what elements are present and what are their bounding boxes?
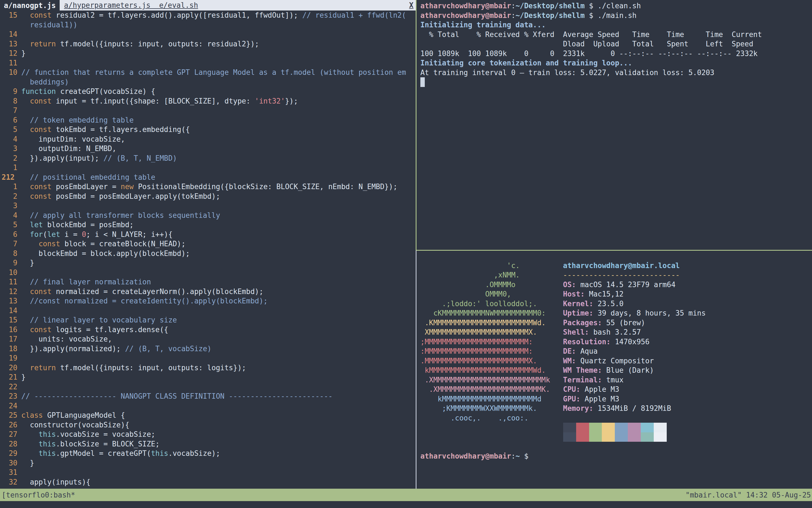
prompt-text: $ [520,452,528,460]
ascii-art-apple-logo: XMMMMMMMMMMMMMMMMMMMMMMMX. [420,328,563,336]
tab-nanogpt[interactable]: a/nanogpt.js [0,0,60,10]
code-line: 19 [0,353,416,363]
line-number: 30 [2,458,17,468]
code-line: 7 [0,106,416,115]
code-text: const [30,125,51,134]
code-text: const [30,182,51,191]
code-text: .vocabSize = vocabSize; [56,430,155,438]
code-line: 18 }).apply(normalized); // (B, T, vocab… [0,344,416,354]
pane-divider-horizontal[interactable] [416,250,812,251]
code-line: 7 const block = createBlock(N_HEAD); [0,239,416,249]
line-number: 13 [2,296,17,306]
code-text: // positional embedding table [21,173,155,181]
line-number: 23 [2,391,17,401]
code-text [21,240,39,248]
code-line: 23// ------------------- NANOGPT CLASS D… [0,391,416,401]
code-text: posEmbdLayer = [52,182,121,191]
tmux-screen: a/nanogpt.js a/hyperparameters.js e/eval… [0,0,812,508]
line-number: 212 [2,173,17,182]
code-area[interactable]: 15 const residual2 = tf.layers.add().app… [0,10,416,487]
neofetch-info-value: tmux [602,376,623,384]
code-text: input = tf.input({shape: [BLOCK_SIZE], d… [52,97,255,105]
tab-strip: a/hyperparameters.js e/eval.sh X [60,0,416,10]
code-text: normalized = createLayerNorm().apply(blo… [52,287,263,296]
line-number: 10 [2,268,17,278]
code-text: tf.model({inputs: input, outputs: residu… [56,40,259,48]
code-text: const [39,240,60,248]
prompt-text: ~ [515,452,520,460]
terminal-text: atharvchowdhary@mbair [420,2,511,10]
code-text: constructor(vocabSize){ [21,421,129,429]
neofetch-line: .KMMMMMMMMMMMMMMMMMMMMMMMWd. Packages: 5… [420,318,810,328]
neofetch-line: ,xNMM. --------------------------- [420,270,810,280]
neofetch-line: kMMMMMMMMMMMMMMMMMMMMMMd GPU: Apple M3 [420,394,810,404]
code-line: 13 return tf.model({inputs: input, outpu… [0,39,416,49]
terminal-text: 100 1089k 100 1089k 0 0 2331k 0 --:--:--… [420,49,758,58]
code-line: 5 const tokEmbd = tf.layers.embedding({ [0,125,416,134]
code-text: this [151,449,168,458]
palette-swatch [654,432,667,442]
code-line: 29 this.gptModel = createGPT(this.vocabS… [0,449,416,458]
neofetch-line: :MMMMMMMMMMMMMMMMMMMMMMMM: DE: Aqua [420,346,810,356]
terminal-text: Initiating core tokenization and trainin… [420,59,632,67]
code-line: 28 this.blockSize = BLOCK_SIZE; [0,439,416,449]
palette-swatch [602,432,615,442]
palette-swatch [602,423,615,432]
ascii-art-apple-logo: .;loddo:' loolloddol;. [420,300,563,308]
palette-swatch [563,423,576,432]
terminal-pane-bottom[interactable]: 'c. atharvchowdhary@mbair.local ,xNMM. -… [420,251,810,461]
code-text: outputDim: N_EMBD, [21,144,116,153]
code-text: } [21,373,26,381]
terminal-line: Dload Upload Total Spent Left Speed [420,39,810,49]
tab-inactive-files[interactable]: a/hyperparameters.js e/eval.sh [64,1,198,9]
terminal-text: Dload Upload Total Spent Left Speed [420,40,753,48]
neofetch-info-label: Kernel: [563,300,594,308]
code-text [21,125,30,134]
line-number: 28 [2,439,17,449]
neofetch-line: .MMMMMMMMMMMMMMMMMMMMMMMMX. WM: Quartz C… [420,356,810,366]
terminal-line: atharvchowdhary@mbair:~/Desktop/shellm $… [420,1,810,11]
code-text: // final layer normalization [21,278,151,286]
terminal-line [420,77,810,87]
code-text: this [39,440,56,448]
code-text: // token embedding table [21,116,134,124]
code-line: 13 //const normalized = createIdentity()… [0,296,416,306]
code-text [21,364,30,372]
line-number: 2 [2,192,17,201]
code-line: 20 return tf.model({inputs: input, outpu… [0,363,416,373]
terminal-pane-top[interactable]: atharvchowdhary@mbair:~/Desktop/shellm $… [420,1,810,87]
code-text: apply(inputs){ [21,478,90,486]
code-line: 26 constructor(vocabSize){ [0,420,416,430]
terminal-cursor[interactable] [420,77,425,87]
code-text: tf.model({inputs: input, outputs: logits… [56,364,246,372]
terminal-text: ~/Desktop/shellm [515,2,584,10]
code-line: 25class GPTLanguageModel { [0,411,416,420]
code-text: GPTLanguageModel { [43,411,125,419]
terminal-text: : [511,11,516,19]
line-number: 5 [2,125,17,134]
code-text: blockEmbd = block.apply(blockEmbd); [21,249,190,258]
terminal-text: $ ./clean.sh [585,2,641,10]
code-line: 12} [0,49,416,58]
tmux-session-window[interactable]: [tensorflo0:bash* [0,491,75,499]
line-number: 15 [2,315,17,325]
neofetch-info-value: 1534MiB / 8192MiB [593,404,671,413]
ascii-art-apple-logo: kMMMMMMMMMMMMMMMMMMMMMMMMWd. [420,366,563,374]
line-number: 3 [2,144,17,154]
ascii-art-apple-logo: .cooc,. .,coo:. [420,414,563,422]
terminal-line: atharvchowdhary@mbair:~/Desktop/shellm $… [420,11,810,20]
code-text: }).apply(input); [21,154,103,162]
neofetch-underline: --------------------------- [563,271,680,279]
line-number: 21 [2,373,17,382]
neofetch-line: cKMMMMMMMMMMNWMMMMMMMMMM0: Uptime: 39 da… [420,308,810,318]
ascii-art-apple-logo [420,433,563,441]
code-text: .vocabSize); [168,449,220,458]
code-text: class [21,411,43,419]
code-text: this [39,449,56,458]
pane-divider-vertical-inactive[interactable] [416,250,416,489]
line-number: 11 [2,277,17,287]
pane-divider-vertical-active[interactable] [416,0,416,250]
editor-pane[interactable]: a/nanogpt.js a/hyperparameters.js e/eval… [0,0,416,489]
tab-close-button[interactable]: X [409,1,413,9]
code-line: 9 } [0,258,416,268]
